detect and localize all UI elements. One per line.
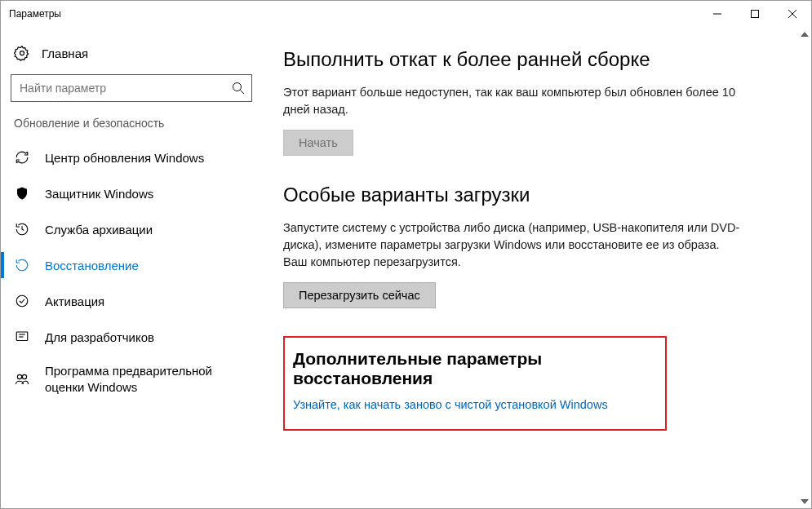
search-icon: [230, 80, 246, 96]
scrollbar[interactable]: [797, 27, 811, 508]
home-label: Главная: [42, 46, 88, 60]
section-heading: Дополнительные параметры восстановления: [293, 349, 657, 388]
nav-defender[interactable]: Защитник Windows: [1, 175, 262, 211]
svg-rect-1: [752, 11, 759, 18]
insider-icon: [14, 371, 30, 387]
scroll-track[interactable]: [797, 41, 811, 494]
nav-recovery[interactable]: Восстановление: [1, 247, 262, 283]
svg-point-7: [16, 295, 28, 307]
svg-point-12: [22, 374, 26, 378]
start-rollback-button: Начать: [283, 130, 353, 156]
section-advanced-startup: Особые варианты загрузки Запустите систе…: [283, 184, 740, 308]
section-body: Этот вариант больше недоступен, так как …: [283, 84, 740, 118]
window-title: Параметры: [9, 8, 61, 20]
svg-point-11: [17, 374, 21, 378]
section-body: Запустите систему с устройства либо диск…: [283, 219, 740, 271]
svg-rect-8: [16, 332, 28, 341]
home-nav[interactable]: Главная: [1, 45, 262, 74]
nav-label: Активация: [45, 294, 104, 308]
nav-backup[interactable]: Служба архивации: [1, 211, 262, 247]
shield-icon: [14, 185, 30, 201]
section-rollback: Выполнить откат к более ранней сборке Эт…: [283, 48, 740, 156]
gear-icon: [14, 45, 30, 61]
nav-developers[interactable]: Для разработчиков: [1, 319, 262, 355]
backup-icon: [14, 221, 30, 237]
section-heading: Выполнить откат к более ранней сборке: [283, 48, 740, 71]
nav-label: Программа предварительной оценки Windows: [45, 363, 252, 395]
minimize-button[interactable]: [699, 1, 736, 27]
svg-marker-13: [801, 32, 809, 37]
content-area: Главная Обновление и безопасность Центр …: [1, 27, 811, 508]
nav-label: Восстановление: [45, 259, 139, 272]
update-icon: [14, 149, 30, 166]
svg-point-5: [233, 83, 242, 91]
section-more-recovery: Дополнительные параметры восстановления …: [283, 336, 667, 431]
activation-icon: [14, 293, 30, 309]
nav-label: Для разработчиков: [45, 330, 154, 344]
recovery-icon: [14, 257, 30, 273]
developers-icon: [14, 329, 30, 345]
svg-point-4: [20, 51, 24, 55]
minimize-icon: [713, 10, 721, 18]
svg-marker-14: [801, 499, 809, 504]
close-icon: [788, 10, 796, 18]
main-panel: Выполнить откат к более ранней сборке Эт…: [262, 27, 811, 508]
nav-insider[interactable]: Программа предварительной оценки Windows: [1, 355, 262, 403]
settings-window: Параметры Главная Обн: [0, 0, 812, 509]
maximize-icon: [751, 10, 759, 18]
fresh-start-link[interactable]: Узнайте, как начать заново с чистой уста…: [293, 398, 608, 411]
section-heading: Особые варианты загрузки: [283, 184, 740, 206]
restart-now-button[interactable]: Перезагрузить сейчас: [283, 282, 436, 308]
search-input[interactable]: [20, 82, 230, 95]
nav-activation[interactable]: Активация: [1, 283, 262, 319]
sidebar: Главная Обновление и безопасность Центр …: [1, 27, 262, 508]
nav-label: Защитник Windows: [45, 187, 153, 201]
title-bar[interactable]: Параметры: [1, 1, 811, 27]
svg-line-6: [241, 91, 245, 95]
close-button[interactable]: [774, 1, 811, 27]
nav-label: Служба архивации: [45, 223, 153, 237]
nav-label: Центр обновления Windows: [45, 151, 204, 165]
nav-windows-update[interactable]: Центр обновления Windows: [1, 139, 262, 175]
scroll-down-arrow-icon[interactable]: [797, 494, 811, 508]
search-box[interactable]: [11, 74, 252, 102]
nav-group-header: Обновление и безопасность: [1, 117, 262, 139]
maximize-button[interactable]: [736, 1, 774, 27]
scroll-up-arrow-icon[interactable]: [797, 27, 811, 41]
